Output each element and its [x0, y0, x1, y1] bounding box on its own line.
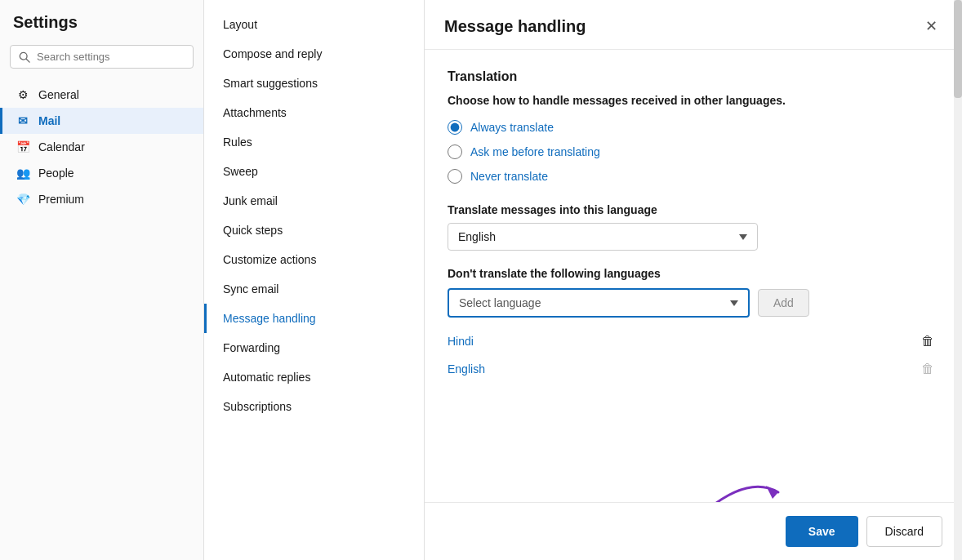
language-row-hindi: Hindi 🗑 — [448, 327, 939, 355]
radio-always-label: Always translate — [470, 121, 554, 134]
menu-layout[interactable]: Layout — [204, 10, 424, 39]
menu-message-handling[interactable]: Message handling — [204, 304, 424, 333]
radio-never-label: Never translate — [470, 170, 548, 183]
translation-section-title: Translation — [448, 69, 939, 84]
add-language-button[interactable]: Add — [758, 289, 809, 317]
radio-never-translate[interactable]: Never translate — [448, 169, 939, 184]
language-dropdown[interactable]: English — [448, 223, 758, 251]
calendar-icon: 📅 — [16, 140, 30, 153]
discard-button[interactable]: Discard — [866, 516, 942, 547]
language-name-hindi: Hindi — [448, 335, 474, 348]
search-box[interactable] — [10, 45, 194, 69]
sidebar: Settings ⚙ General ✉ Mail 📅 Calendar 👥 P… — [0, 0, 204, 560]
translation-radio-group: Always translate Ask me before translati… — [448, 120, 939, 184]
sidebar-item-general[interactable]: ⚙ General — [0, 82, 203, 108]
language-list: Hindi 🗑 English 🗑 — [448, 327, 939, 383]
sidebar-item-calendar[interactable]: 📅 Calendar — [0, 134, 203, 160]
sidebar-item-label: Premium — [38, 193, 84, 206]
radio-never-input[interactable] — [448, 169, 462, 184]
sidebar-item-label: Calendar — [38, 140, 85, 153]
menu-compose-reply[interactable]: Compose and reply — [204, 39, 424, 69]
panel-footer: Save Discard — [425, 502, 962, 560]
svg-line-1 — [26, 59, 29, 62]
radio-always-input[interactable] — [448, 120, 462, 135]
scrollbar[interactable] — [954, 0, 962, 560]
menu-smart-suggestions[interactable]: Smart suggestions — [204, 69, 424, 98]
menu-forwarding[interactable]: Forwarding — [204, 333, 424, 362]
select-language-dropdown[interactable]: Select language — [448, 288, 750, 318]
menu-sweep[interactable]: Sweep — [204, 157, 424, 186]
gear-icon: ⚙ — [16, 88, 30, 101]
dont-translate-label: Don't translate the following languages — [448, 267, 939, 280]
panel-header: Message handling ✕ — [425, 0, 962, 50]
radio-ask-before[interactable]: Ask me before translating — [448, 144, 939, 159]
close-button[interactable]: ✕ — [920, 15, 942, 38]
translation-description: Choose how to handle messages received i… — [448, 94, 939, 107]
menu-quick-steps[interactable]: Quick steps — [204, 216, 424, 245]
menu-automatic-replies[interactable]: Automatic replies — [204, 362, 424, 392]
sidebar-item-label: People — [38, 167, 74, 180]
radio-ask-label: Ask me before translating — [470, 145, 600, 158]
main-panel: Message handling ✕ Translation Choose ho… — [425, 0, 962, 560]
scrollbar-thumb[interactable] — [954, 0, 962, 98]
mail-icon: ✉ — [16, 114, 30, 127]
delete-english-button: 🗑 — [916, 360, 939, 378]
people-icon: 👥 — [16, 167, 30, 180]
menu-rules[interactable]: Rules — [204, 127, 424, 157]
panel-body: Translation Choose how to handle message… — [425, 50, 962, 502]
menu-attachments[interactable]: Attachments — [204, 98, 424, 127]
sidebar-item-mail[interactable]: ✉ Mail — [0, 108, 203, 134]
sidebar-item-label: General — [38, 88, 79, 101]
menu-customize-actions[interactable]: Customize actions — [204, 245, 424, 274]
menu-subscriptions[interactable]: Subscriptions — [204, 392, 424, 421]
save-button[interactable]: Save — [786, 516, 858, 547]
menu-sync-email[interactable]: Sync email — [204, 274, 424, 304]
middle-menu: Layout Compose and reply Smart suggestio… — [204, 0, 425, 560]
language-row-english: English 🗑 — [448, 355, 939, 383]
app-title: Settings — [0, 13, 203, 45]
panel-title: Message handling — [444, 17, 586, 36]
radio-ask-input[interactable] — [448, 144, 462, 159]
sidebar-item-people[interactable]: 👥 People — [0, 160, 203, 186]
language-name-english: English — [448, 362, 485, 376]
delete-hindi-button[interactable]: 🗑 — [916, 332, 939, 350]
sidebar-item-premium[interactable]: 💎 Premium — [0, 186, 203, 212]
diamond-icon: 💎 — [16, 193, 30, 206]
radio-always-translate[interactable]: Always translate — [448, 120, 939, 135]
select-add-row: Select language Add — [448, 288, 939, 318]
search-input[interactable] — [37, 51, 185, 63]
search-icon — [19, 51, 30, 63]
menu-junk-email[interactable]: Junk email — [204, 186, 424, 216]
sidebar-item-label: Mail — [38, 114, 60, 127]
translate-into-label: Translate messages into this language — [448, 203, 939, 216]
